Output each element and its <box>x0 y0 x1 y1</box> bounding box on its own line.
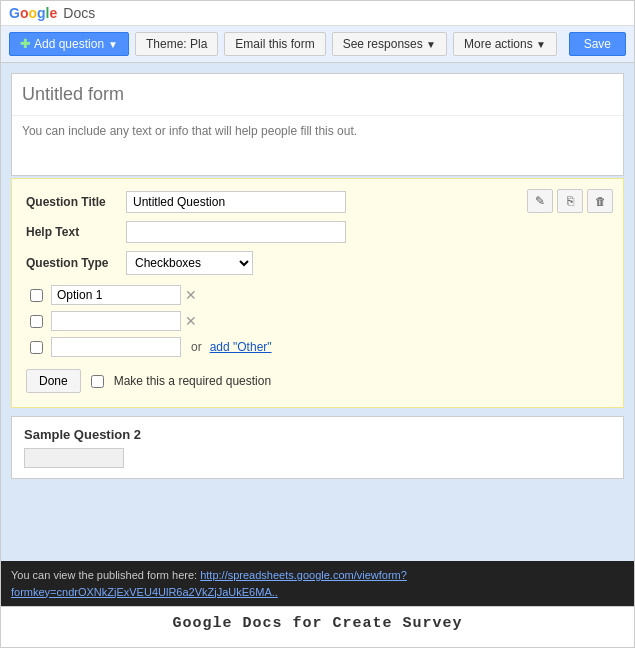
more-actions-label: More actions <box>464 37 533 51</box>
logo-area: Google Docs <box>9 5 95 21</box>
delete-question-button[interactable]: 🗑 <box>587 189 613 213</box>
copy-icon: ⎘ <box>567 194 574 208</box>
bottom-label-text: Google Docs for Create Survey <box>172 615 462 632</box>
email-form-button[interactable]: Email this form <box>224 32 325 56</box>
options-area: ✕ ✕ or add "Other" <box>26 285 609 357</box>
question-type-label: Question Type <box>26 256 126 270</box>
more-actions-button[interactable]: More actions ▼ <box>453 32 557 56</box>
add-question-button[interactable]: ✚ Add question ▼ <box>9 32 129 56</box>
option-1-checkbox[interactable] <box>30 289 43 302</box>
header: Google Docs <box>1 1 634 26</box>
add-other-link[interactable]: add "Other" <box>210 340 272 354</box>
bottom-label: Google Docs for Create Survey <box>1 606 634 640</box>
option-3-input[interactable] <box>51 337 181 357</box>
option-row-2: ✕ <box>30 311 609 331</box>
edit-icon: ✎ <box>535 194 545 208</box>
footer-link-bar: You can view the published form here: ht… <box>1 561 634 606</box>
form-title-block <box>11 73 624 176</box>
option-2-input[interactable] <box>51 311 181 331</box>
docs-logo: Docs <box>63 5 95 21</box>
done-bar: Done Make this a required question <box>26 369 609 393</box>
sample-question-2-block: Sample Question 2 <box>11 416 624 479</box>
see-responses-arrow: ▼ <box>426 39 436 50</box>
more-actions-arrow: ▼ <box>536 39 546 50</box>
toolbar: ✚ Add question ▼ Theme: Pla Email this f… <box>1 26 634 63</box>
required-checkbox[interactable] <box>91 375 104 388</box>
help-text-label: Help Text <box>26 225 126 239</box>
theme-button[interactable]: Theme: Pla <box>135 32 218 56</box>
help-text-row: Help Text <box>26 221 609 243</box>
option-3-checkbox[interactable] <box>30 341 43 354</box>
question-title-row: Question Title <box>26 191 609 213</box>
sample-question-2-input-display <box>24 448 124 468</box>
help-text-input[interactable] <box>126 221 346 243</box>
option-1-input[interactable] <box>51 285 181 305</box>
plus-icon: ✚ <box>20 37 30 51</box>
add-question-arrow: ▼ <box>108 39 118 50</box>
save-button[interactable]: Save <box>569 32 626 56</box>
question-editor: ✎ ⎘ 🗑 Question Title Help Text <box>11 178 624 408</box>
form-title-input[interactable] <box>12 74 623 115</box>
form-description-input[interactable] <box>12 115 623 175</box>
sample-question-2-title: Sample Question 2 <box>24 427 611 442</box>
footer-text: You can view the published form here: <box>11 569 197 581</box>
edit-question-button[interactable]: ✎ <box>527 189 553 213</box>
delete-icon: 🗑 <box>595 195 606 207</box>
question-actions: ✎ ⎘ 🗑 <box>527 189 613 213</box>
main-area: ✎ ⎘ 🗑 Question Title Help Text <box>1 63 634 561</box>
question-type-select[interactable]: Text Paragraph text Multiple choice Chec… <box>126 251 253 275</box>
required-label: Make this a required question <box>114 374 271 388</box>
option-2-remove[interactable]: ✕ <box>185 313 197 329</box>
add-question-label: Add question <box>34 37 104 51</box>
option-2-checkbox[interactable] <box>30 315 43 328</box>
see-responses-button[interactable]: See responses ▼ <box>332 32 447 56</box>
option-1-remove[interactable]: ✕ <box>185 287 197 303</box>
duplicate-question-button[interactable]: ⎘ <box>557 189 583 213</box>
see-responses-label: See responses <box>343 37 423 51</box>
done-button[interactable]: Done <box>26 369 81 393</box>
option-row-1: ✕ <box>30 285 609 305</box>
google-logo: Google <box>9 5 57 21</box>
content-area[interactable]: ✎ ⎘ 🗑 Question Title Help Text <box>1 63 634 561</box>
question-title-label: Question Title <box>26 195 126 209</box>
question-type-row: Question Type Text Paragraph text Multip… <box>26 251 609 275</box>
option-row-3: or add "Other" <box>30 337 609 357</box>
add-other-prefix: or <box>191 340 202 354</box>
question-title-input[interactable] <box>126 191 346 213</box>
